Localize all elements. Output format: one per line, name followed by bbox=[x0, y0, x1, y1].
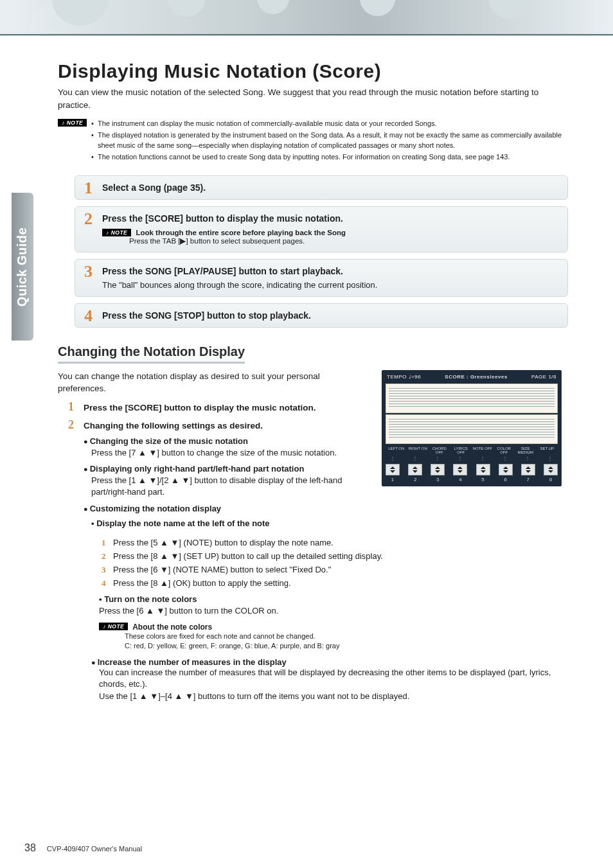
score-btn-num: 4 bbox=[453, 477, 467, 483]
page-number: 38 bbox=[24, 842, 36, 853]
inner-step: Press the [6 ▼] (NOTE NAME) button to se… bbox=[113, 565, 331, 574]
page-footer: 38 CVP-409/407 Owner's Manual bbox=[24, 842, 142, 854]
step-title: Press the SONG [PLAY/PAUSE] button to st… bbox=[102, 266, 557, 276]
footer-text: CVP-409/407 Owner's Manual bbox=[47, 845, 142, 853]
score-updown-icon bbox=[386, 464, 400, 475]
about-note-line: C: red, D: yellow, E: green, F: orange, … bbox=[125, 641, 568, 651]
score-updown-icon bbox=[431, 464, 445, 475]
score-btn-num: 3 bbox=[431, 477, 445, 483]
score-updown-icon bbox=[453, 464, 467, 475]
top-note-block: NOTE The instrument can display the musi… bbox=[58, 119, 568, 164]
score-btn-label: RIGHT ON bbox=[407, 447, 429, 454]
bullet-measures-line: Use the [1 ▲ ▼]–[4 ▲ ▼] buttons to turn … bbox=[99, 691, 568, 702]
top-note-item: The notation functions cannot be used to… bbox=[91, 152, 568, 163]
score-screenshot: TEMPO ♩=96 SCORE : Greensleeves PAGE 1/8… bbox=[382, 370, 562, 486]
score-btn-num: 8 bbox=[544, 477, 558, 483]
score-btn-label: NOTE OFF bbox=[472, 447, 493, 454]
step-3: 3 Press the SONG [PLAY/PAUSE] button to … bbox=[75, 259, 568, 297]
score-button-labels: LEFT ON RIGHT ON CHORD OFF LYRICS OFF NO… bbox=[386, 447, 558, 454]
score-btn-label: LEFT ON bbox=[386, 447, 407, 454]
step-2: 2 Press the [SCORE] button to display th… bbox=[75, 206, 568, 252]
score-updown-icon bbox=[544, 464, 558, 475]
about-note-line: These colors are fixed for each note and… bbox=[125, 632, 568, 641]
bullet-size-body: Press the [7 ▲ ▼] button to change the s… bbox=[91, 447, 370, 459]
inner-step: Press the [8 ▲ ▼] (SET UP) button to cal… bbox=[113, 551, 383, 561]
score-tempo: TEMPO ♩=96 bbox=[387, 374, 421, 380]
page-title: Displaying Music Notation (Score) bbox=[58, 60, 568, 82]
section-intro: You can change the notation display as d… bbox=[58, 370, 353, 395]
score-title: SCORE : Greensleeves bbox=[445, 374, 508, 380]
score-staff-row bbox=[386, 384, 558, 413]
score-btn-label: COLOR OFF bbox=[493, 447, 515, 454]
score-btn-label: SIZE MEDIUM bbox=[515, 447, 537, 454]
bullet-colors-title: Turn on the note colors bbox=[99, 594, 568, 604]
inner-step: Press the [8 ▲] (OK) button to apply the… bbox=[113, 578, 291, 588]
score-updown-icon bbox=[521, 464, 535, 475]
bullet-lr-title: Displaying only right-hand part/left-han… bbox=[84, 464, 370, 474]
ordered-step-number: 2 bbox=[68, 418, 74, 432]
ordered-step-text: Press the [SCORE] button to display the … bbox=[84, 403, 316, 412]
intro-text: You can view the music notation of the s… bbox=[58, 86, 568, 111]
note-icon: NOTE bbox=[102, 229, 131, 236]
inner-step: Press the [5 ▲ ▼] (NOTE) button to displ… bbox=[113, 538, 333, 547]
score-updown-icon bbox=[408, 464, 422, 475]
step-subtext: The "ball" bounces along through the sco… bbox=[102, 280, 557, 290]
score-page-indicator: PAGE 1/8 bbox=[531, 374, 556, 380]
bullet-custom-title: Customizing the notation display bbox=[84, 504, 370, 513]
score-btn-num: 1 bbox=[386, 477, 400, 483]
score-btn-label: LYRICS OFF bbox=[450, 447, 472, 454]
bullet-colors-body: Press the [6 ▲ ▼] button to turn the COL… bbox=[99, 605, 568, 617]
step-number: 3 bbox=[84, 262, 93, 281]
score-updown-icon bbox=[499, 464, 513, 475]
bullet-note-name-title: Display the note name at the left of the… bbox=[91, 518, 370, 528]
about-note-title: About the note colors bbox=[132, 623, 212, 632]
score-btn-num: 2 bbox=[408, 477, 422, 483]
step-note-body: Press the TAB [▶] button to select subse… bbox=[129, 236, 557, 245]
step-number: 4 bbox=[84, 306, 93, 326]
top-note-item: The displayed notation is generated by t… bbox=[91, 130, 568, 151]
section-heading: Changing the Notation Display bbox=[58, 344, 245, 364]
score-btn-num: 6 bbox=[499, 477, 513, 483]
step-1: 1 Select a Song (page 35). bbox=[75, 175, 568, 200]
score-button-row bbox=[386, 464, 558, 475]
bullet-measures-title: Increase the number of measures in the d… bbox=[91, 657, 568, 667]
step-title: Press the SONG [STOP] button to stop pla… bbox=[102, 310, 557, 321]
step-title: Press the [SCORE] button to display the … bbox=[102, 213, 557, 224]
step-title: Select a Song (page 35). bbox=[102, 182, 557, 193]
step-number: 2 bbox=[84, 209, 93, 229]
decorative-header-art bbox=[0, 0, 613, 36]
bullet-size-title: Changing the size of the music notation bbox=[84, 436, 370, 446]
score-btn-num: 5 bbox=[476, 477, 490, 483]
note-icon: NOTE bbox=[99, 623, 128, 630]
ordered-step-number: 1 bbox=[68, 400, 74, 414]
score-staff-row bbox=[386, 414, 558, 444]
ordered-step-text: Changing the following settings as desir… bbox=[84, 421, 263, 430]
score-btn-label: CHORD OFF bbox=[429, 447, 450, 454]
score-btn-label: SET UP bbox=[537, 447, 558, 454]
top-note-item: The instrument can display the music not… bbox=[91, 119, 568, 129]
bullet-lr-body: Press the [1 ▲ ▼]/[2 ▲ ▼] button to disa… bbox=[91, 475, 370, 498]
step-number: 1 bbox=[84, 179, 93, 198]
step-note-bold: Look through the entire score before pla… bbox=[136, 229, 346, 236]
score-btn-num: 7 bbox=[521, 477, 535, 483]
step-4: 4 Press the SONG [STOP] button to stop p… bbox=[75, 303, 568, 328]
bullet-measures-line: You can increase the number of measures … bbox=[99, 667, 568, 690]
score-updown-icon bbox=[476, 464, 490, 475]
note-icon: NOTE bbox=[58, 119, 87, 127]
